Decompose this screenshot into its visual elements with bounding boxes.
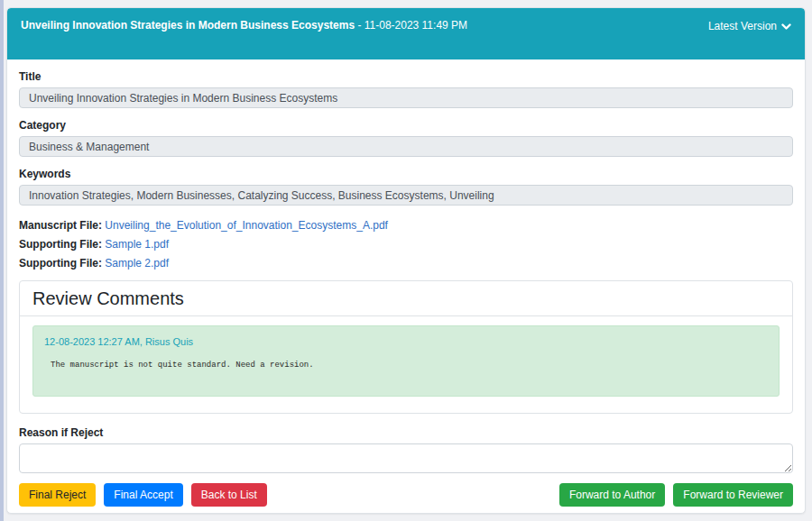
manuscript-title-heading: Unveiling Innovation Strategies in Moder… [21, 17, 467, 34]
category-field-label: Category [19, 119, 793, 132]
title-field-label: Title [19, 70, 793, 83]
forward-to-reviewer-button[interactable]: Forward to Reviewer [673, 483, 793, 507]
final-reject-button[interactable]: Final Reject [19, 483, 96, 507]
version-dropdown[interactable]: Latest Version [708, 17, 791, 35]
review-comment-text: The manuscript is not quite standard. Ne… [51, 361, 768, 370]
keywords-field-label: Keywords [19, 168, 793, 180]
title-input[interactable] [19, 87, 793, 108]
supporting-file-row: Supporting File: Sample 1.pdf [19, 235, 793, 254]
category-input[interactable] [19, 136, 793, 157]
manuscript-file-link[interactable]: Unveiling_the_Evolution_of_Innovation_Ec… [105, 219, 388, 232]
file-links-section: Manuscript File: Unveiling_the_Evolution… [19, 216, 793, 273]
forward-to-author-button[interactable]: Forward to Author [559, 483, 665, 507]
manuscript-file-label: Manuscript File: [19, 219, 102, 232]
back-to-list-button[interactable]: Back to List [191, 483, 267, 507]
reason-if-reject-label: Reason if Reject [19, 426, 793, 439]
keywords-input[interactable] [19, 185, 793, 206]
supporting-file-link-2[interactable]: Sample 2.pdf [105, 257, 169, 270]
supporting-file-label: Supporting File: [19, 257, 102, 270]
review-comment-meta: 12-08-2023 12:27 AM, Risus Quis [44, 336, 768, 348]
review-comments-card: Review Comments 12-08-2023 12:27 AM, Ris… [19, 280, 793, 414]
action-buttons-row: Final Reject Final Accept Back to List F… [19, 483, 793, 507]
manuscript-details: Title Category Keywords Manuscript File:… [7, 59, 805, 514]
manuscript-file-row: Manuscript File: Unveiling_the_Evolution… [19, 216, 793, 235]
manuscript-header: Unveiling Innovation Strategies in Moder… [7, 8, 805, 59]
supporting-file-label: Supporting File: [19, 238, 102, 251]
manuscript-review-card: Unveiling Innovation Strategies in Moder… [6, 7, 806, 514]
review-comments-heading: Review Comments [20, 281, 792, 316]
chevron-down-icon [781, 23, 791, 31]
supporting-file-row: Supporting File: Sample 2.pdf [19, 254, 793, 273]
manuscript-date-text: - 11-08-2023 11:49 PM [355, 19, 467, 32]
final-accept-button[interactable]: Final Accept [104, 483, 182, 507]
window-edge-strip [0, 0, 4, 521]
review-comment: 12-08-2023 12:27 AM, Risus Quis The manu… [32, 325, 780, 397]
version-dropdown-label: Latest Version [708, 18, 777, 35]
manuscript-title-text: Unveiling Innovation Strategies in Moder… [21, 19, 355, 32]
review-comments-body: 12-08-2023 12:27 AM, Risus Quis The manu… [20, 316, 792, 413]
supporting-file-link-1[interactable]: Sample 1.pdf [105, 238, 169, 251]
reason-if-reject-textarea[interactable] [19, 443, 793, 473]
